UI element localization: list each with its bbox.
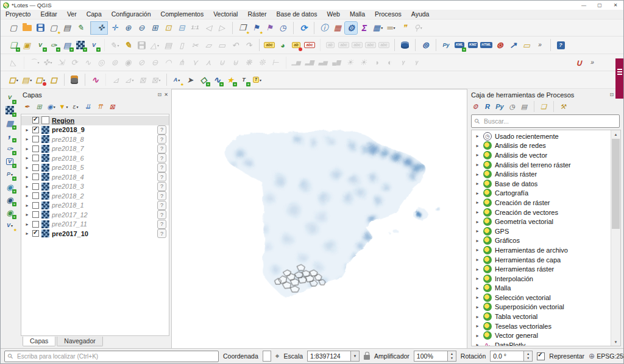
add-polygon-annotation-button[interactable]: ◇ (197, 74, 210, 86)
cut-features-button[interactable]: ✂ (189, 39, 201, 51)
toolbox-group-label[interactable]: Creación de ráster (495, 199, 550, 206)
toolbox-group-label[interactable]: GPS (495, 228, 509, 235)
add-spatialite-layer-button[interactable]: ✑ (4, 142, 16, 155)
spinner-arrows-icon[interactable]: ▲▼ (448, 351, 456, 362)
profile-tool-button[interactable]: ↗ (507, 39, 519, 51)
expander-icon[interactable]: ▸ (475, 219, 480, 225)
statistical-summary-button[interactable]: Σ (358, 22, 370, 34)
barrel-tool-button[interactable] (64, 74, 80, 86)
expander-icon[interactable]: ▸ (475, 172, 480, 177)
identify-features-button[interactable]: ⓘ (314, 22, 330, 34)
layer-label[interactable]: pre2018_8 (52, 136, 155, 143)
notes-button[interactable]: ▭ (520, 39, 533, 51)
layer-row-pre2018_7[interactable]: ▸ pre2018_7 ? (21, 144, 169, 154)
split-parts-button[interactable]: ⋏ (202, 57, 214, 69)
expander-icon[interactable]: ▸ (475, 228, 480, 234)
zoom-next-button[interactable]: ▷ (216, 22, 228, 34)
expander-icon[interactable]: ▸ (24, 212, 30, 217)
html-export-button[interactable]: HTML (480, 39, 492, 51)
layer-notes-badge[interactable]: ? (157, 125, 166, 135)
toolbar-overflow-button[interactable]: » (534, 39, 546, 51)
layer-row-pre2018_1[interactable]: ▸ pre2018_1 ? (21, 201, 169, 211)
scale-combo[interactable]: 1:8397124 ▼ (307, 351, 360, 362)
toolbox-item-vector-creation[interactable]: ▸ Creación de vectores (472, 208, 611, 217)
toolbox-group-label[interactable]: Tabla vectorial (495, 313, 537, 320)
decrease-contrast-button[interactable]: ◐ (384, 57, 396, 69)
scroll-up-icon[interactable]: ▲ (614, 130, 618, 138)
show-bookmarks-button[interactable]: ⚑ (263, 22, 275, 34)
layer-notes-badge[interactable]: ? (157, 210, 166, 219)
toolbox-item-vector-tiles[interactable]: ▸ Teselas vectoriales (472, 321, 611, 331)
toolbox-item-mesh[interactable]: ▸ Malla (472, 284, 611, 293)
digitize-curve-button[interactable]: ⌒ (24, 57, 40, 69)
simplify-feature-button[interactable]: ∿ (82, 57, 94, 69)
tab-navegador[interactable]: Navegador (57, 337, 102, 346)
maximize-button[interactable]: ▢ (592, 1, 608, 10)
history-button[interactable]: ◷ (506, 101, 517, 112)
annotation-select-button[interactable]: ➤ (184, 74, 196, 86)
delete-selected-button[interactable]: ▯ (176, 39, 188, 51)
layer-row-pre2017_12[interactable]: ▸ pre2017_12 ? (21, 210, 169, 220)
layer-notes-badge[interactable]: ? (157, 201, 166, 210)
toolbox-item-dataplotly[interactable]: ▸ DataPlotly (472, 340, 611, 346)
layer-label[interactable]: Region (52, 117, 155, 124)
change-label-button[interactable]: abc (378, 39, 390, 51)
toolbox-group-label[interactable]: Malla (495, 284, 511, 292)
magnifier-value[interactable]: 100% (414, 351, 448, 362)
add-part-button[interactable]: ⊚ (108, 57, 121, 69)
expander-icon[interactable]: ▸ (475, 133, 480, 139)
save-project-button[interactable] (34, 22, 46, 34)
expander-icon[interactable]: ▸ (475, 200, 480, 205)
toolbox-group-label[interactable]: Geometría vectorial (495, 218, 553, 225)
toolbox-group-label[interactable]: Gráficos (495, 237, 520, 244)
layer-label[interactable]: pre2018_4 (52, 173, 155, 181)
rotate-point-symbols-button[interactable]: ❋ (243, 57, 255, 69)
select-by-value-button[interactable]: ▤ (21, 74, 33, 86)
kml-export-button[interactable]: KML (453, 39, 466, 51)
layer-checkbox[interactable] (32, 117, 39, 124)
layer-checkbox[interactable] (32, 127, 39, 133)
menu-vectorial[interactable]: Vectorial (208, 10, 243, 19)
expander-icon[interactable]: ▸ (475, 333, 480, 338)
save-edits-button[interactable] (135, 39, 147, 51)
python-console-button[interactable]: Py (436, 39, 452, 51)
toolbox-item-vector-general[interactable]: ▸ Vector general (472, 331, 611, 340)
mesh-digitizing-button[interactable]: ⊿ (105, 74, 122, 86)
mesh-dataset-button[interactable]: ⊠ (150, 74, 162, 86)
menu-base-de-datos[interactable]: Base de datos (271, 10, 322, 19)
pin-unpin-labels-button[interactable]: ab (320, 39, 336, 51)
select-by-location-button[interactable]: ◻ (48, 74, 60, 86)
layer-notes-badge[interactable]: ? (157, 153, 166, 163)
zoom-last-button[interactable]: ◁ (202, 22, 214, 34)
tab-capas[interactable]: Capas (23, 337, 55, 346)
layer-label[interactable]: pre2017_12 (52, 211, 155, 219)
pan-map-button[interactable]: ✜ (91, 22, 107, 34)
add-postgis-layer-button[interactable]: P (4, 168, 16, 180)
toolbox-item-raster-creation[interactable]: ▸ Creación de ráster (472, 198, 611, 208)
toolbox-group-label[interactable]: Creación de vectores (495, 209, 558, 216)
python-scripts-button[interactable]: Py (494, 101, 505, 112)
redo-button[interactable]: ↷ (243, 39, 255, 51)
toolbox-search[interactable]: ⚲ (471, 114, 620, 128)
layer-label[interactable]: pre2018_5 (52, 164, 155, 171)
layers-panel-float-icon[interactable]: ⊡ (158, 92, 162, 97)
db-manager-button[interactable] (394, 39, 411, 51)
measure-button[interactable]: ═ (385, 22, 397, 34)
chevron-down-icon[interactable]: ▼ (350, 351, 360, 362)
toolbox-item-raster-terrain[interactable]: ▸ Análisis del terreno ráster (472, 160, 611, 170)
new-map-view-button[interactable]: ❒ (232, 22, 249, 34)
toolbox-item-graphics[interactable]: ▸ Gráficos (472, 236, 611, 246)
layer-labeling-button[interactable]: abc (259, 39, 275, 51)
minimize-button[interactable]: — (576, 1, 592, 10)
options-button[interactable]: ⚒ (553, 101, 569, 112)
add-group-button[interactable]: ⊞ (34, 101, 44, 112)
offset-curve-button[interactable]: ◠ (162, 57, 174, 69)
expander-icon[interactable]: ▸ (24, 146, 30, 152)
increase-contrast-button[interactable]: ◑ (370, 57, 383, 69)
toolbox-group-label[interactable]: Herramientas de capa (495, 256, 561, 264)
map-canvas[interactable] (172, 89, 467, 348)
rotation-spinner[interactable]: 0.0 ° ▲▼ (490, 351, 533, 362)
add-virtual-layer-button[interactable]: V (4, 219, 16, 231)
expander-icon[interactable]: ▸ (475, 143, 480, 149)
new-virtual-layer-button[interactable]: V (88, 39, 100, 51)
